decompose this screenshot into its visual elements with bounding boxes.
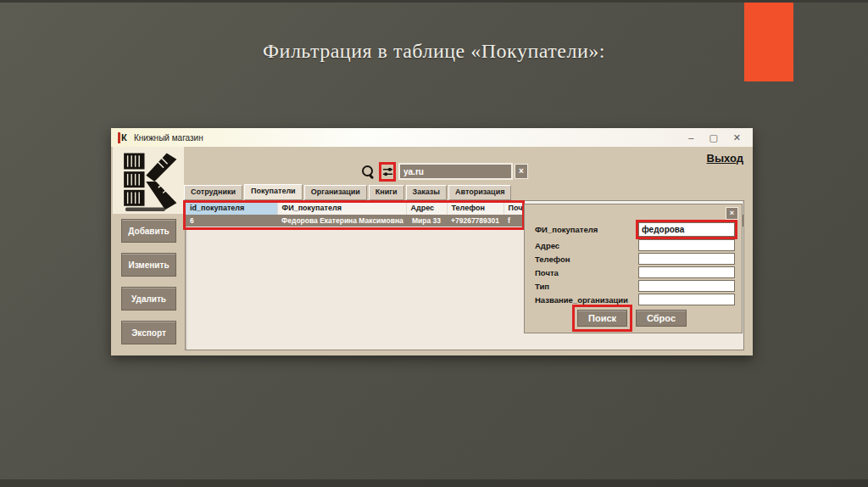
minimize-button[interactable]: – xyxy=(688,128,693,147)
sidebar: ДобавитьИзменитьУдалитьЭкспорт xyxy=(121,219,176,344)
filter-input-Тип[interactable] xyxy=(638,280,735,292)
filter-panel-close-icon[interactable]: × xyxy=(726,207,738,220)
column-header[interactable]: ФИ_покупателя xyxy=(277,201,406,215)
close-button[interactable]: ✕ xyxy=(733,128,741,147)
tab-Книги[interactable]: Книги xyxy=(369,185,404,200)
filter-input-highlight-box xyxy=(638,222,735,237)
app-logo-icon: К xyxy=(118,132,129,143)
filter-fields: ФИ_покупателяАдресТелефонПочтаТипНазвани… xyxy=(535,221,735,305)
filter-input-wrap xyxy=(638,266,735,278)
filter-field-label: Название_организации xyxy=(535,295,638,305)
window-body: Выход × СотрудникиПокупателиОрганизацииК… xyxy=(111,147,753,355)
filter-input-wrap xyxy=(638,294,735,305)
search-input[interactable] xyxy=(398,163,513,180)
sidebar-button-Изменить[interactable]: Изменить xyxy=(121,253,176,277)
column-header[interactable]: Адрес xyxy=(406,201,447,215)
filter-field-label: Адрес xyxy=(535,241,638,250)
filter-reset-button[interactable]: Сброс xyxy=(636,310,687,327)
filter-search-button[interactable]: Поиск xyxy=(577,310,627,327)
slide-background: Фильтрация в таблице «Покупатели»: К Кни… xyxy=(0,0,868,487)
window-title: Книжный магазин xyxy=(134,133,203,143)
bookshelf-k-icon xyxy=(116,149,181,212)
tab-Сотрудники[interactable]: Сотрудники xyxy=(184,185,242,200)
tab-Заказы[interactable]: Заказы xyxy=(406,185,447,200)
sidebar-button-Добавить[interactable]: Добавить xyxy=(121,219,176,243)
filter-panel: × ФИ_покупателяАдресТелефонПочтаТипНазва… xyxy=(524,204,743,333)
search-row: × xyxy=(362,161,528,182)
app-window: К Книжный магазин – ▢ ✕ xyxy=(111,128,753,355)
filter-input-Адрес[interactable] xyxy=(638,239,735,251)
sidebar-button-Экспорт[interactable]: Экспорт xyxy=(121,321,176,344)
filter-panel-buttons: Поиск Сброс xyxy=(577,310,687,327)
column-header[interactable]: id_покупателя xyxy=(186,201,277,215)
sidebar-button-Удалить[interactable]: Удалить xyxy=(121,287,176,311)
window-controls: – ▢ ✕ xyxy=(688,128,741,147)
filter-input-wrap xyxy=(638,239,735,251)
tab-Покупатели[interactable]: Покупатели xyxy=(244,184,303,200)
filter-input-Телефон[interactable] xyxy=(638,253,735,265)
filter-icon[interactable] xyxy=(382,165,393,177)
filter-field-label: ФИ_покупателя xyxy=(535,225,638,234)
window-titlebar: К Книжный магазин – ▢ ✕ xyxy=(111,128,753,147)
filter-field-label: Тип xyxy=(535,282,638,291)
tab-bar: СотрудникиПокупателиОрганизацииКнигиЗака… xyxy=(184,185,511,200)
slide-title: Фильтрация в таблице «Покупатели»: xyxy=(0,40,868,63)
slide-bottom-shade xyxy=(0,479,868,487)
bookstore-logo xyxy=(113,147,184,214)
filter-input-Почта[interactable] xyxy=(638,266,735,278)
filter-input-Название_организации[interactable] xyxy=(638,294,735,305)
search-icon[interactable] xyxy=(362,165,375,178)
table-panel: id_покупателяФИ_покупателяАдресТелефонПо… xyxy=(185,200,744,350)
maximize-button[interactable]: ▢ xyxy=(709,128,717,147)
filter-input-wrap xyxy=(638,280,735,292)
filter-field-label: Телефон xyxy=(535,255,638,264)
clear-search-button[interactable]: × xyxy=(515,164,528,179)
filter-field-label: Почта xyxy=(535,268,638,277)
tab-Организации[interactable]: Организации xyxy=(304,185,367,200)
filter-highlight-box xyxy=(379,162,396,182)
filter-input-wrap xyxy=(638,253,735,265)
exit-link[interactable]: Выход xyxy=(707,152,743,165)
tab-Авторизация[interactable]: Авторизация xyxy=(448,185,511,200)
column-header[interactable]: Телефон xyxy=(447,201,504,215)
filter-input-ФИ_покупателя[interactable] xyxy=(638,222,735,237)
